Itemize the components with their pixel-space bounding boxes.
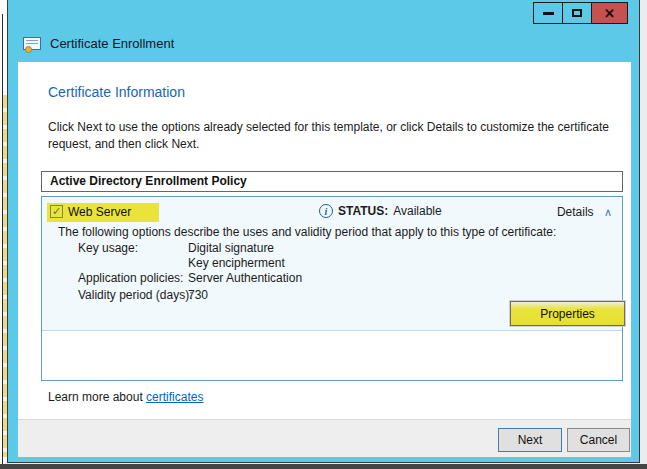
minimize-button[interactable]	[533, 2, 563, 24]
status-value: Available	[393, 204, 441, 218]
cancel-button[interactable]: Cancel	[567, 428, 630, 452]
web-server-checkbox[interactable]: ✓	[50, 205, 63, 218]
learn-more: Learn more about certificates	[48, 390, 203, 404]
detail-label: Application policies:	[78, 271, 183, 285]
detail-row-application-policies: Application policies: Server Authenticat…	[42, 271, 622, 286]
minimize-icon	[543, 12, 554, 15]
policy-group-header: Active Directory Enrollment Policy	[41, 171, 623, 192]
certificate-icon	[23, 37, 41, 50]
highlight-annotation: ✓ Web Server	[47, 203, 159, 222]
detail-row-key-usage: Key usage: Digital signature	[42, 241, 622, 256]
footer: Next Cancel	[18, 419, 631, 457]
dialog-content: Certificate Information Click Next to us…	[18, 62, 631, 419]
learn-more-text: Learn more about	[48, 390, 146, 404]
certificate-icon-seal	[25, 46, 32, 53]
check-icon: ✓	[52, 206, 61, 217]
window-title: Certificate Enrollment	[50, 36, 174, 51]
detail-label: Key usage:	[78, 241, 138, 255]
certificates-link[interactable]: certificates	[146, 390, 203, 404]
maximize-button[interactable]	[562, 2, 592, 24]
next-button[interactable]: Next	[498, 428, 562, 452]
template-list: ✓ Web Server i STATUS: Available Details…	[41, 196, 623, 381]
window-header: Certificate Enrollment	[23, 36, 174, 51]
properties-button[interactable]: Properties	[510, 301, 625, 326]
template-row-web-server[interactable]: ✓ Web Server	[47, 201, 159, 222]
close-icon: ✕	[604, 7, 615, 20]
details-label: Details	[557, 205, 594, 219]
detail-label: Validity period (days):	[78, 288, 193, 302]
detail-value: 730	[188, 288, 208, 302]
detail-value: Key encipherment	[188, 256, 285, 270]
background-window-strip	[0, 0, 7, 469]
template-name: Web Server	[68, 205, 131, 219]
detail-value: Digital signature	[188, 241, 274, 255]
window-controls: ✕	[534, 2, 628, 24]
template-description: The following options describe the uses …	[58, 225, 556, 239]
background-bottom-strip	[0, 464, 647, 469]
page-title: Certificate Information	[48, 84, 185, 100]
maximize-icon	[572, 9, 582, 17]
certificate-enrollment-window: ✕ Certificate Enrollment Certificate Inf…	[7, 0, 640, 463]
detail-value: Server Authentication	[188, 271, 302, 285]
screen: ✕ Certificate Enrollment Certificate Inf…	[0, 0, 647, 469]
status: i STATUS: Available	[319, 204, 442, 218]
intro-text: Click Next to use the options already se…	[48, 119, 626, 153]
status-label: STATUS:	[338, 204, 388, 218]
info-icon: i	[319, 204, 333, 218]
details-toggle[interactable]: Details ∧	[557, 205, 612, 219]
chevron-up-icon: ∧	[604, 206, 612, 218]
detail-row-key-usage-2: Key encipherment	[42, 256, 622, 271]
close-button[interactable]: ✕	[591, 2, 628, 24]
